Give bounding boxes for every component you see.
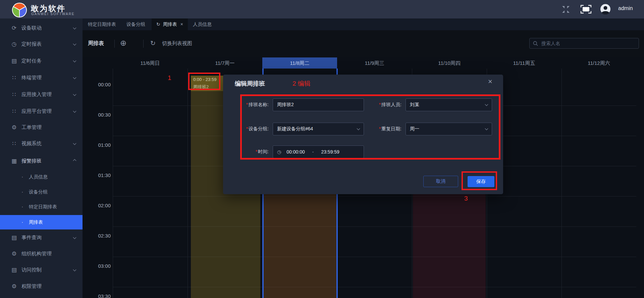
time-label: 02:00 [85,203,111,208]
cancel-button[interactable]: 取消 [423,176,458,187]
chevron-down-icon [73,26,76,30]
time-label: 03:30 [85,293,111,298]
sidebar-item-permission-mgmt[interactable]: ⚙ 权限管理 [0,278,83,294]
person-label: *排班人员: [368,102,401,108]
divider [143,40,144,48]
close-tab-icon[interactable]: × [180,22,183,27]
username[interactable]: admin [618,5,633,11]
schedule-name-input[interactable]: 周排班2 [273,98,364,111]
sidebar-item-personnel-info[interactable]: · 人员信息 [0,170,83,184]
name-label: *排班名称: [235,102,269,108]
day-header-sat[interactable]: 11/12周六 [561,57,636,69]
document-icon: ▤ [10,266,18,273]
sidebar-item-terminal-mgmt[interactable]: ∷ 终端管理 [0,70,83,86]
chevron-down-icon [485,102,488,106]
day-header-fri[interactable]: 11/11周五 [487,57,561,69]
fullscreen-icon[interactable] [580,5,592,14]
sidebar-item-access-control[interactable]: ▤ 访问控制 [0,262,83,278]
sidebar-item-weekly-schedule[interactable]: · 周排表 [0,215,83,229]
bullet-icon: · [21,189,23,195]
event-name: 周排班2 [193,84,209,90]
time-end-value: 23:59:59 [321,149,339,155]
chevron-down-icon [485,127,488,130]
chevron-down-icon [73,142,76,145]
time-label: 01:00 [85,142,111,148]
time-label: 01:30 [85,172,111,178]
divider [114,40,115,48]
sidebar-item-device-group[interactable]: · 设备分组 [0,185,83,200]
tab-specific-date-schedule[interactable]: 特定日期排表 [88,18,116,30]
chevron-up-icon [73,159,76,163]
sidebar-item-event-query[interactable]: ▤ 事件查询 [0,229,83,246]
sidebar-item-device-linkage[interactable]: ⟳ 设备联动 [0,20,83,36]
grid-icon: ∷ [10,140,18,147]
chevron-down-icon [73,236,76,239]
gear-icon: ⚙ [10,124,18,131]
tab-personnel-info[interactable]: 人员信息 [193,18,212,30]
search-box [529,38,639,49]
sidebar-item-timed-tasks[interactable]: ▤ 定时任务 [0,53,83,69]
sidebar-item-app-access-mgmt[interactable]: ∷ 应用接入管理 [0,86,83,102]
save-button[interactable]: 保存 [468,176,494,187]
repeat-date-select[interactable]: 周一 [406,123,492,135]
chevron-down-icon [73,59,76,62]
grid-icon: ∷ [10,108,18,115]
document-icon: ▤ [10,57,18,65]
sidebar-item-org-mgmt[interactable]: ⚙ 组织机构管理 [0,246,83,262]
time-start-value: 00:00:00 [286,149,305,155]
time-label: *时间: [235,149,269,155]
sidebar-item-work-order-mgmt[interactable]: ⚙ 工单管理 [0,119,83,135]
time-label: 02:30 [85,233,111,239]
annotation-step-2: 2 编辑 [292,79,311,88]
app-window: 敢为软件 GANWEI SOFTWARE admin ⟳ 设备联动 [0,0,644,298]
time-label: 00:30 [85,112,111,118]
grid-icon: ∷ [10,91,18,98]
time-label: 00:00 [85,82,111,87]
calendar-icon: ▦ [10,158,18,165]
device-group-select[interactable]: 新建设备分组#64 [273,123,364,135]
page-title: 周排表 [88,40,104,47]
chevron-down-icon [73,42,76,46]
toolbar: 周排表 ⊕ ↻ 切换列表视图 [83,30,644,57]
sidebar-item-alarm-scheduling[interactable]: ▦ 报警排班 [0,153,83,169]
search-input[interactable] [541,40,635,46]
top-header: 敢为软件 GANWEI SOFTWARE admin [0,0,644,18]
tab-device-group[interactable]: 设备分组 [126,18,145,30]
brand-logo-icon [11,1,28,18]
day-header-thu[interactable]: 11/10周四 [412,57,487,69]
day-header-mon[interactable]: 11/7周一 [187,57,262,69]
person-select[interactable]: 刘某 [406,98,492,111]
time-range-picker[interactable]: ◷ 00:00:00 - 23:59:59 [273,145,364,158]
sidebar-item-timed-reports[interactable]: ◷ 定时报表 [0,36,83,52]
add-schedule-button[interactable]: ⊕ [120,39,126,48]
brand-subtitle: GANWEI SOFTWARE [31,12,75,16]
day-header-sun[interactable]: 11/6周日 [113,57,187,69]
grid-icon: ∷ [10,74,18,81]
switch-list-view-button[interactable]: 切换列表视图 [162,40,192,47]
close-dialog-icon[interactable]: × [488,77,492,86]
tab-weekly-schedule-active[interactable]: ↻周排表× [152,18,188,30]
collapse-arrows-icon[interactable] [561,5,571,13]
bullet-icon: · [21,219,23,225]
document-icon: ▤ [10,234,18,241]
sidebar-item-specific-date-schedule[interactable]: · 特定日期排表 [0,200,83,214]
refresh-icon[interactable]: ↻ [156,22,160,27]
avatar[interactable] [600,4,611,14]
bullet-icon: · [21,204,23,210]
edit-weekly-schedule-dialog: 编辑周排班 × *排班名称: 周排班2 *排班人员: 刘某 *设备分组: 新建设… [223,75,503,194]
chevron-down-icon [73,93,76,96]
sidebar: ⟳ 设备联动 ◷ 定时报表 ▤ 定时任务 ∷ 终端管理 ∷ 应用接入管理 ∷ 应… [0,18,83,298]
tab-bar: 特定日期排表 设备分组 ↻周排表× 人员信息 [83,18,644,30]
time-label: 03:00 [85,263,111,269]
day-header-tue-active[interactable]: 11/8周二 [262,57,337,69]
sidebar-item-app-platform-mgmt[interactable]: ∷ 应用平台管理 [0,103,83,119]
dialog-title: 编辑周排班 [235,80,265,88]
switch-view-icon[interactable]: ↻ [150,39,156,47]
event-time-range: 0:00 - 23:59 [193,77,216,82]
chevron-down-icon [357,127,360,130]
day-header-wed[interactable]: 11/9周三 [337,57,412,69]
repeat-label: *重复日期: [368,126,401,132]
bullet-icon: · [21,174,23,180]
clock-icon: ◷ [277,149,281,155]
sidebar-item-video-system[interactable]: ∷ 视频系统 [0,135,83,152]
